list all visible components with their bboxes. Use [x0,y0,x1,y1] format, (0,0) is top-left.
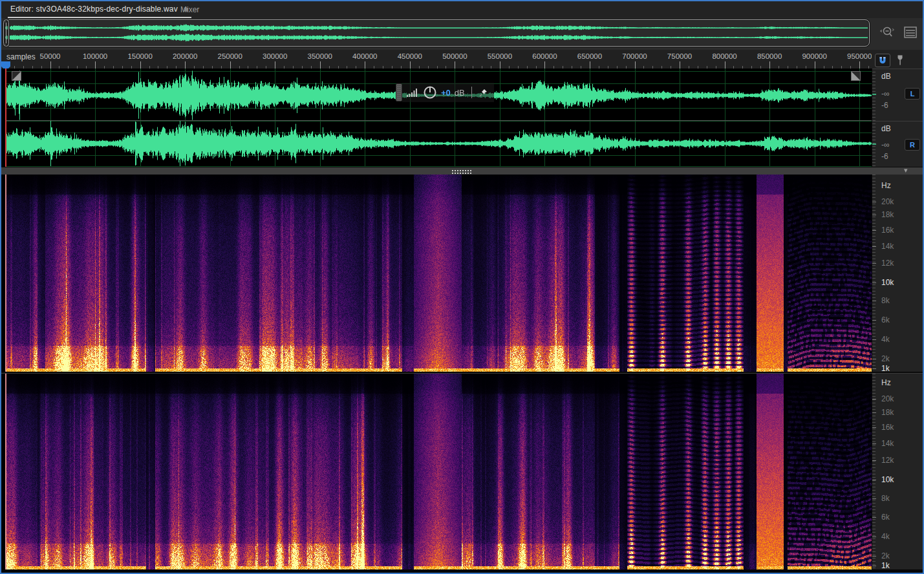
db-unit-label: dB [881,72,891,81]
freq-tick [872,282,876,283]
freq-tick [872,202,876,202]
freq-tick-label: 2k [881,354,890,363]
freq-tick-label: 12k [881,259,894,268]
frequency-rail-right: Hz20k18k16k14k12k10k8k6k4k2k1k [872,374,923,569]
amplitude-section-left: dB -∞ -6 L [872,69,923,121]
freq-tick-label: 12k [881,456,894,465]
freq-tick [872,368,876,369]
db-unit-label: dB [881,124,891,133]
frequency-ruler-ticks [872,175,876,372]
overview-range-selector[interactable] [4,19,870,47]
ruler-tick-label: 600000 [522,52,567,60]
snap-toggle-button[interactable] [875,54,890,67]
divider-drag-handle[interactable] [451,169,472,174]
amplitude-rail: dB -∞ -6 L dB -∞ -6 R [872,69,923,167]
freq-tick [872,230,876,231]
panel-list-icon[interactable] [903,26,918,39]
ruler-labels: 5000010000015000020000025000030000035000… [1,50,872,61]
ruler-tick-label: 850000 [747,52,792,60]
marker-pin-icon[interactable] [896,54,905,67]
freq-tick [872,215,876,215]
gain-value[interactable]: +0 [441,88,451,98]
amplitude-section-right: dB -∞ -6 R [872,121,923,167]
hud-pin-icon[interactable] [478,87,489,98]
freq-tick-label: 20k [881,394,894,403]
spectrogram-left-display[interactable] [5,175,872,372]
timeline-ruler[interactable]: samples 50000100000150000200000250000300… [1,50,923,69]
freq-tick [872,443,876,444]
ruler-tick-label: 450000 [387,52,433,60]
neg-infinity-label: -∞ [881,140,890,149]
gain-corner-handle-left-icon[interactable] [12,71,21,81]
channel-left-button[interactable]: L [905,88,920,100]
freq-tick-label: 18k [881,408,894,417]
freq-tick [872,412,876,413]
zero-line-tick [872,144,876,145]
hud-separator [471,87,472,98]
bottom-edge [1,569,923,573]
freq-tick-label: 4k [881,335,890,344]
tab-bar: Editor: stv3OA48c-32kbps-dec-dry-disable… [1,1,923,18]
spectrogram-panel-left [1,175,872,372]
audio-editor-window: Editor: stv3OA48c-32kbps-dec-dry-disable… [0,0,924,574]
freq-tick [872,460,876,461]
freq-tick-label: 16k [881,423,894,432]
zero-line-tick [872,94,876,95]
ruler-tick-label: 800000 [702,52,747,60]
tab-mixer[interactable]: Mixer [180,1,199,18]
ruler-tick-label: 350000 [297,52,343,60]
view-divider[interactable]: ▾ [1,167,923,175]
magnet-icon [878,56,887,65]
frequency-rail-left: Hz20k18k16k14k12k10k8k6k4k2k1k [872,175,923,372]
ruler-tick-label: 900000 [792,52,837,60]
mixer-tab-label: Mixer [180,5,199,14]
hz-unit-label: Hz [881,378,891,387]
spectrogram-panel-right [1,374,872,569]
freq-tick [872,537,876,537]
freq-tick [872,517,876,518]
spectrogram-right-display[interactable] [5,374,872,569]
freq-tick-label: 8k [881,494,890,503]
freq-tick-label: 18k [881,210,894,219]
freq-tick [872,399,876,399]
volume-hud[interactable]: +0 dB [396,83,494,102]
freq-tick-label: 1k [881,561,890,570]
zoom-out-full-icon[interactable] [880,25,896,40]
gain-corner-handle-right-icon[interactable] [851,71,861,81]
hud-drag-handle[interactable] [396,83,402,101]
freq-tick [872,480,876,480]
ruler-tick-label: 750000 [657,52,702,60]
freq-tick [872,498,876,499]
channel-right-button[interactable]: R [905,139,920,151]
ruler-tick-label: 550000 [477,52,522,60]
overview-range-left-handle[interactable] [3,19,9,47]
freq-tick-label: 8k [881,296,890,305]
neg-six-db-label: -6 [881,101,888,110]
hz-unit-label: Hz [881,181,891,190]
freq-tick [872,246,876,247]
freq-tick [872,263,876,264]
gain-unit-label: dB [455,88,465,98]
freq-tick [872,320,876,321]
collapse-caret-icon[interactable]: ▾ [904,166,908,175]
ruler-tick-label: 200000 [162,52,208,60]
freq-tick-label: 16k [881,226,894,235]
freq-tick-label: 20k [881,197,894,206]
freq-tick-label: 4k [881,532,890,541]
ruler-tick-label: 950000 [837,52,872,60]
freq-tick-label: 6k [881,513,890,522]
neg-six-db-label: -6 [881,152,888,161]
ruler-tick-label: 500000 [432,52,477,60]
gain-knob-icon[interactable] [423,85,437,100]
ruler-tick-label: 150000 [118,52,163,60]
level-meter-icon [406,87,419,98]
freq-tick-label: 14k [881,242,894,251]
ruler-tick-label: 100000 [72,52,118,60]
ruler-ticks [5,61,872,69]
ruler-tick-label: 650000 [567,52,612,60]
freq-tick [872,556,876,557]
editor-tab-label: Editor: stv3OA48c-32kbps-dec-dry-disable… [10,5,178,14]
tab-editor[interactable]: Editor: stv3OA48c-32kbps-dec-dry-disable… [8,1,191,18]
freq-tick [872,301,876,301]
freq-tick [872,359,876,359]
